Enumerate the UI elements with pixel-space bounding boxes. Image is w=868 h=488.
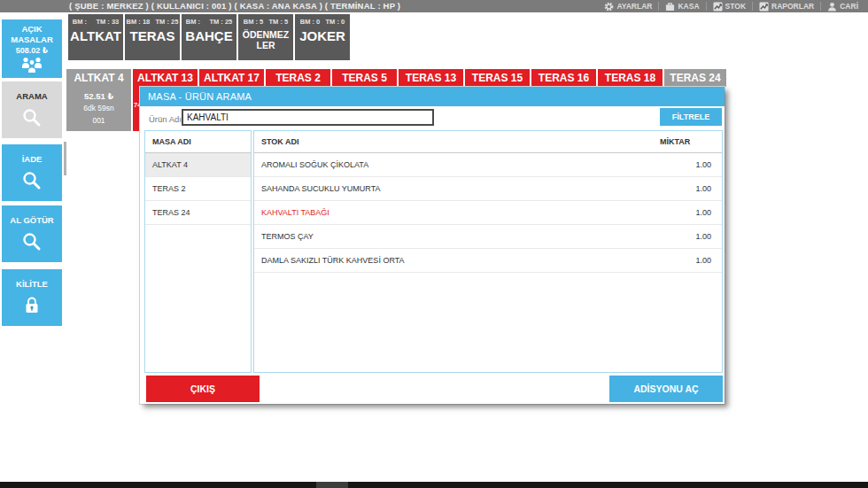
sidebar-item-refund[interactable]: İADE — [2, 144, 62, 201]
menu-item-cash[interactable]: KASA — [659, 2, 706, 11]
tab-teras-18[interactable]: TERAS 18 — [598, 69, 663, 87]
stock-panel: STOK ADI MİKTAR AROMALI SOĞUK ÇİKOLATA 1… — [253, 130, 723, 373]
room-name: TERAS — [130, 28, 175, 43]
table-row[interactable]: TERAS 2 — [145, 177, 251, 201]
tab-altkat-13[interactable]: ALTKAT 13 — [133, 69, 198, 87]
menu-item-label: KASA — [678, 2, 699, 11]
sidebar-item-takeaway[interactable]: AL GÖTÜR — [2, 205, 62, 262]
masa-panel-header: MASA ADI — [145, 131, 251, 153]
product-name-input[interactable] — [182, 109, 434, 126]
table-amount: 52.51 ₺ — [66, 89, 131, 103]
menu-item-accounts[interactable]: CARİ — [821, 2, 864, 11]
stock-row[interactable]: SAHANDA SUCUKLU YUMURTA 1.00 — [254, 177, 722, 201]
room-button-teras[interactable]: BM : 18 TM : 25 TERAS — [125, 14, 180, 60]
people-icon — [19, 55, 45, 74]
tab-teras-15[interactable]: TERAS 15 — [465, 69, 530, 87]
open-tables-total: 508.02 ₺ — [4, 46, 60, 55]
table-user-code: 001 — [66, 115, 131, 128]
dialog-title: MASA - ÜRÜN ARAMA — [140, 87, 725, 106]
tab-teras-13[interactable]: TERAS 13 — [399, 69, 463, 87]
rooms-bar: BM : TM : 33 ALTKAT BM : 18 TM : 25 TERA… — [68, 14, 350, 60]
top-bar: ( ŞUBE : MERKEZ ) ( KULLANICI : 001 ) ( … — [0, 0, 868, 12]
menu-item-label: CARİ — [840, 2, 858, 11]
sidebar-item-open-tables[interactable]: AÇIK MASALAR 508.02 ₺ — [2, 19, 62, 78]
room-counts: BM : 5 TM : 5 — [244, 18, 288, 26]
sidebar-item-search[interactable]: ARAMA — [2, 81, 62, 138]
bottom-taskbar — [0, 482, 868, 488]
session-info: ( ŞUBE : MERKEZ ) ( KULLANICI : 001 ) ( … — [69, 0, 400, 12]
search-icon — [21, 170, 43, 191]
table-row[interactable]: ALTKAT 4 — [145, 153, 251, 177]
table-row[interactable]: TERAS 24 — [145, 201, 251, 225]
room-name: ÖDENMEZLER — [241, 30, 291, 50]
filter-row: Ürün Adı FİLTRELE — [140, 106, 725, 130]
tab-teras-24[interactable]: TERAS 24 — [664, 69, 726, 87]
room-button-altkat[interactable]: BM : TM : 33 ALTKAT — [68, 14, 123, 60]
tab-altkat-4[interactable]: ALTKAT 4 — [66, 69, 131, 87]
report-chart-icon — [759, 2, 769, 12]
tab-teras-16[interactable]: TERAS 16 — [531, 69, 596, 87]
sidebar-item-label: AÇIK MASALAR — [4, 24, 60, 45]
room-counts: BM : TM : 33 — [73, 18, 120, 26]
stock-row[interactable]: TERMOS ÇAY 1.00 — [254, 225, 722, 249]
sidebar-scrollbar[interactable] — [64, 142, 66, 175]
sidebar-item-label: AL GÖTÜR — [10, 215, 53, 226]
table-card-fragment: 74 — [133, 87, 140, 131]
menu-item-label: STOK — [725, 2, 746, 11]
menu-item-reports[interactable]: RAPORLAR — [753, 2, 821, 11]
room-name: ALTKAT — [70, 28, 121, 43]
chart-icon — [713, 2, 723, 12]
search-icon — [21, 231, 43, 252]
masa-panel: MASA ADI ALTKAT 4 TERAS 2 TERAS 24 — [144, 130, 252, 373]
tab-teras-5[interactable]: TERAS 5 — [332, 69, 397, 87]
stock-row[interactable]: AROMALI SOĞUK ÇİKOLATA 1.00 — [254, 153, 722, 177]
gear-icon — [604, 2, 614, 12]
room-button-odenmezler[interactable]: BM : 5 TM : 5 ÖDENMEZLER — [238, 14, 293, 60]
product-name-label: Ürün Adı — [149, 114, 182, 124]
taskbar-segment — [316, 482, 348, 488]
room-name: BAHÇE — [185, 28, 232, 43]
open-adisyon-button[interactable]: ADİSYONU AÇ — [609, 376, 723, 402]
briefcase-icon — [665, 2, 675, 12]
stock-row[interactable]: DAMLA SAKIZLI TÜRK KAHVESİ ORTA 1.00 — [254, 249, 722, 273]
table-elapsed-time: 6dk 59sn — [66, 103, 131, 115]
room-counts: BM : 0 TM : 0 — [300, 18, 345, 26]
lock-icon — [23, 295, 41, 316]
menu-item-label: RAPORLAR — [771, 2, 814, 11]
sidebar-item-label: İADE — [22, 154, 43, 165]
top-menu: AYARLAR KASA STOK RAPORLAR — [598, 0, 864, 12]
menu-item-stock[interactable]: STOK — [707, 2, 753, 11]
stock-qty-header: MİKTAR — [658, 131, 722, 152]
search-icon — [21, 107, 43, 128]
sidebar-item-lock[interactable]: KİLİTLE — [2, 269, 62, 326]
room-button-joker[interactable]: BM : 0 TM : 0 JOKER — [295, 14, 350, 60]
room-counts: BM : 18 TM : 25 — [127, 18, 179, 26]
menu-item-label: AYARLAR — [616, 2, 652, 11]
filter-button[interactable]: FİLTRELE — [660, 108, 722, 126]
stock-name-header: STOK ADI — [261, 131, 658, 152]
menu-item-settings[interactable]: AYARLAR — [598, 2, 659, 11]
tab-altkat-17[interactable]: ALTKAT 17 — [199, 69, 264, 87]
room-name: JOKER — [299, 28, 345, 43]
table-card-altkat-4[interactable]: 52.51 ₺ 6dk 59sn 001 — [66, 87, 131, 131]
tab-teras-2[interactable]: TERAS 2 — [266, 69, 330, 87]
stock-panel-header: STOK ADI MİKTAR — [254, 131, 722, 153]
exit-button[interactable]: ÇIKIŞ — [146, 376, 260, 402]
masa-urun-arama-dialog: MASA - ÜRÜN ARAMA Ürün Adı FİLTRELE MASA… — [140, 87, 725, 404]
room-counts: BM : TM : 25 — [186, 18, 233, 26]
stock-row-highlighted[interactable]: KAHVALTI TABAĞI 1.00 — [254, 201, 722, 225]
person-icon — [827, 2, 837, 12]
open-tables-tab-bar: ALTKAT 4 ALTKAT 13 ALTKAT 17 TERAS 2 TER… — [66, 69, 726, 87]
room-button-bahce[interactable]: BM : TM : 25 BAHÇE — [182, 14, 236, 60]
sidebar-item-label: KİLİTLE — [16, 279, 48, 290]
sidebar-item-label: ARAMA — [16, 91, 47, 102]
